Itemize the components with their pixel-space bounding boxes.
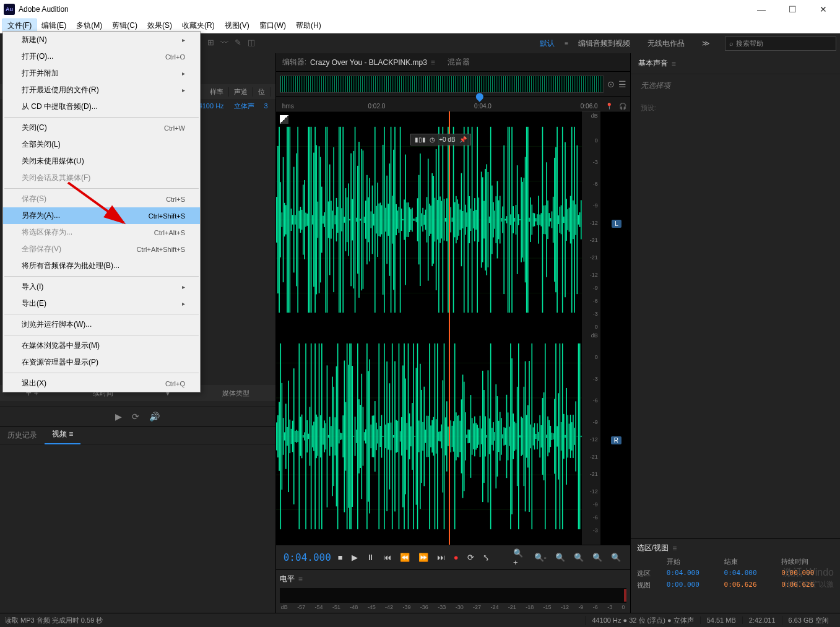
sv-view-end[interactable]: 0:06.626 <box>724 581 777 590</box>
svg-rect-131 <box>436 149 437 290</box>
svg-rect-461 <box>568 424 569 449</box>
channel-l-badge[interactable]: L <box>612 220 621 228</box>
sv-sel-start[interactable]: 0:04.000 <box>667 569 719 578</box>
forward-button[interactable]: ⏩ <box>417 551 430 564</box>
menu-item-c[interactable]: 关闭(C)Ctrl+W <box>3 119 200 136</box>
spectral-icon[interactable]: 〰 <box>220 38 228 47</box>
menu-item-w[interactable]: 浏览并运行脚本(W)... <box>3 316 200 333</box>
stop-button[interactable]: ■ <box>336 551 345 564</box>
sel-view-title[interactable]: 选区/视图 <box>637 543 669 553</box>
menu-item-p[interactable]: 在资源管理器中显示(P) <box>3 354 200 371</box>
rewind-button[interactable]: ⏪ <box>398 551 412 564</box>
svg-rect-318 <box>378 344 379 529</box>
svg-rect-105 <box>401 209 402 231</box>
menu-item-i[interactable]: 导入(I) <box>3 279 200 295</box>
svg-rect-124 <box>426 197 428 242</box>
menu-icon[interactable]: ≡ <box>565 40 568 47</box>
volume-icon[interactable]: 🔊 <box>149 412 160 422</box>
waveform-mode-icon[interactable]: ⊞ <box>207 38 214 47</box>
pin-icon[interactable]: 📍 <box>605 103 613 110</box>
record-button[interactable]: ● <box>452 551 461 564</box>
menu-item-a[interactable]: 另存为(A)...Ctrl+Shift+S <box>3 207 200 224</box>
svg-rect-440 <box>540 425 542 448</box>
svg-rect-168 <box>485 169 486 270</box>
svg-rect-324 <box>386 361 388 511</box>
menu-view[interactable]: 视图(V) <box>220 19 254 33</box>
menu-item-e[interactable]: 导出(E) <box>3 295 200 312</box>
tool-icon-2[interactable]: ◫ <box>248 38 255 47</box>
workspace-edit-audio[interactable]: 编辑音频到视频 <box>571 36 638 51</box>
tab-video[interactable]: 视频 ≡ <box>45 425 80 444</box>
hud-toolbar[interactable]: ▮▯▮ ◷ +0 dB 📌 <box>410 134 470 145</box>
svg-rect-209 <box>539 215 540 225</box>
svg-rect-382 <box>464 382 465 491</box>
corner-toggle[interactable] <box>280 115 288 124</box>
channel-r-badge[interactable]: R <box>611 436 621 444</box>
svg-rect-468 <box>578 344 579 529</box>
menu-item-r[interactable]: 打开最近使用的文件(R) <box>3 82 200 98</box>
editor-tab[interactable]: 编辑器: Crazy Over You - BLACKPINK.mp3 ≡ <box>282 57 435 67</box>
search-help-input[interactable]: ⌕ 搜索帮助 <box>725 37 836 51</box>
close-button[interactable]: ✕ <box>814 3 833 15</box>
playhead-line[interactable] <box>449 111 450 545</box>
loop-button[interactable]: ⟳ <box>465 551 476 564</box>
play-icon[interactable]: ▶ <box>115 412 122 422</box>
editor-filename: Crazy Over You - BLACKPINK.mp3 <box>310 58 427 67</box>
zoom-in-time-icon[interactable]: 🔍 <box>591 551 604 564</box>
menu-item-b[interactable]: 将所有音频保存为批处理(B)... <box>3 257 200 274</box>
sv-view-start[interactable]: 0:00.000 <box>667 581 719 590</box>
headphone-icon[interactable]: 🎧 <box>619 103 626 110</box>
menu-item-l[interactable]: 全部关闭(L) <box>3 136 200 153</box>
menu-item-n[interactable]: 新建(N) <box>3 32 200 48</box>
maximize-button[interactable]: ☐ <box>783 3 802 15</box>
tool-icon[interactable]: ✎ <box>235 38 241 47</box>
pause-button[interactable]: ⏸ <box>365 551 376 564</box>
menu-item-cdd[interactable]: 从 CD 中提取音频(D)... <box>3 98 200 115</box>
skip-sel-button[interactable]: ⤣ <box>481 551 491 564</box>
zoom-icon[interactable]: ⊙ <box>607 79 615 89</box>
svg-rect-285 <box>334 417 336 455</box>
menu-item-m[interactable]: 在媒体浏览器中显示(M) <box>3 337 200 354</box>
zoom-out-time-icon[interactable]: 🔍 <box>609 551 623 564</box>
timeline-ruler[interactable]: hms 0:02.0 0:04.0 0:06.0 🎧 📍 <box>276 97 630 111</box>
pin-icon[interactable]: 📌 <box>459 136 467 143</box>
svg-rect-436 <box>535 434 537 439</box>
zoom-sel-icon[interactable]: 🔍 <box>572 551 586 564</box>
essential-sound-header[interactable]: 基本声音 ≡ <box>631 53 840 74</box>
levels-tab[interactable]: 电平 <box>280 574 295 584</box>
overview-waveform[interactable] <box>280 76 604 93</box>
workspace-default[interactable]: 默认 <box>532 36 562 51</box>
col-bits[interactable]: 位 <box>253 87 271 97</box>
zoom-out-icon[interactable]: 🔍- <box>532 551 548 564</box>
col-rate[interactable]: 样率 <box>205 87 229 97</box>
play-button[interactable]: ▶ <box>350 551 360 564</box>
svg-rect-376 <box>456 412 457 460</box>
zoom-in-icon[interactable]: 🔍+ <box>511 547 527 569</box>
menu-window[interactable]: 窗口(W) <box>254 19 291 33</box>
menu-item-o[interactable]: 打开(O)...Ctrl+O <box>3 48 200 65</box>
zoom-full-icon[interactable]: 🔍 <box>553 551 567 564</box>
workspace-radio[interactable]: 无线电作品 <box>640 36 692 51</box>
tab-history[interactable]: 历史记录 <box>0 426 45 444</box>
waveform-area[interactable]: // quick procedural waveform (function()… <box>276 111 630 545</box>
svg-rect-322 <box>384 344 385 529</box>
menu-item-u[interactable]: 关闭未使用媒体(U) <box>3 153 200 170</box>
skip-end-button[interactable]: ⏭ <box>435 551 447 564</box>
workspace-more[interactable]: ≫ <box>695 37 717 50</box>
timecode[interactable]: 0:04.000 <box>284 551 331 563</box>
menu-help[interactable]: 帮助(H) <box>291 19 326 33</box>
svg-rect-406 <box>495 384 496 488</box>
skip-start-button[interactable]: ⏮ <box>381 551 393 564</box>
media-type-col[interactable]: 媒体类型 <box>222 389 249 398</box>
sv-sel-end[interactable]: 0:04.000 <box>724 569 777 578</box>
menu-item-x[interactable]: 退出(X)Ctrl+Q <box>3 375 200 392</box>
minimize-button[interactable]: — <box>752 3 771 15</box>
svg-rect-458 <box>565 435 566 438</box>
menu-item-[interactable]: 打开并附加 <box>3 65 200 82</box>
level-meter[interactable] <box>280 588 626 603</box>
loop-icon[interactable]: ⟳ <box>132 412 139 422</box>
col-channels[interactable]: 声道 <box>229 87 253 97</box>
svg-rect-346 <box>415 368 417 504</box>
mixer-tab[interactable]: 混音器 <box>448 57 470 67</box>
list-icon[interactable]: ☰ <box>618 79 626 89</box>
